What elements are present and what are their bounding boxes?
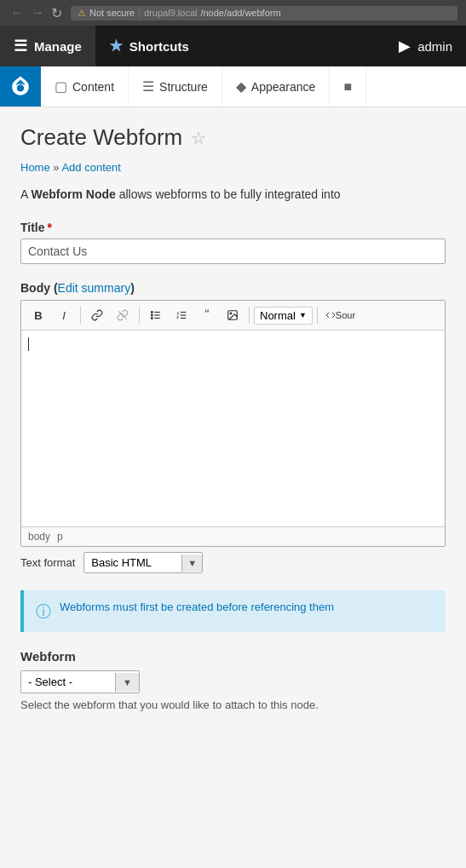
- hamburger-icon: ☰: [14, 37, 27, 55]
- admin-user-icon: ▶: [399, 37, 411, 55]
- bullet-list-button[interactable]: [144, 304, 168, 326]
- nav-extend[interactable]: ■: [330, 66, 366, 106]
- appearance-label: Appearance: [251, 80, 316, 94]
- toolbar-separator-3: [249, 307, 250, 324]
- text-format-arrow-icon: ▼: [181, 555, 202, 572]
- image-button[interactable]: [221, 304, 245, 326]
- toolbar-separator-2: [139, 307, 140, 324]
- manage-button[interactable]: ☰ Manage: [0, 26, 95, 66]
- webform-select-input[interactable]: - Select -: [21, 671, 115, 693]
- editor-toolbar: B I “: [21, 301, 445, 331]
- text-format-row: Text format Basic HTML Full HTML Restric…: [20, 552, 446, 573]
- page-description: A Webform Node allows webforms to be ful…: [20, 186, 446, 204]
- body-editor-wrapper: B I “: [20, 300, 446, 547]
- breadcrumb-separator: »: [53, 161, 59, 174]
- appearance-icon: ◆: [236, 78, 246, 95]
- browser-bar: ← → ↻ ⚠ Not secure | drupal9.local /node…: [0, 0, 466, 26]
- toolbar-separator-4: [317, 307, 318, 324]
- address-bar[interactable]: ⚠ Not secure | drupal9.local /node/add/w…: [71, 6, 457, 20]
- webform-help-text: Select the webform that you would like t…: [20, 698, 446, 711]
- text-format-select-input[interactable]: Basic HTML Full HTML Restricted HTML Pla…: [84, 553, 181, 572]
- format-select-label: Normal: [260, 309, 296, 322]
- source-button[interactable]: Sour: [322, 304, 359, 326]
- svg-line-0: [118, 311, 126, 319]
- info-box: ⓘ Webforms must first be created before …: [20, 590, 446, 632]
- browser-nav[interactable]: ← → ↻: [9, 5, 64, 21]
- description-plain: A: [20, 187, 31, 201]
- webform-select-arrow-icon: ▼: [115, 673, 139, 692]
- page-title-row: Create Webform ☆: [20, 124, 446, 151]
- description-rest: allows webforms to be fully integrated i…: [116, 187, 341, 201]
- main-content: Create Webform ☆ Home » Add content A We…: [0, 107, 466, 745]
- title-required-marker: *: [48, 221, 52, 234]
- nav-content[interactable]: ▢ Content: [41, 66, 129, 106]
- text-format-select[interactable]: Basic HTML Full HTML Restricted HTML Pla…: [83, 552, 203, 573]
- bold-button[interactable]: B: [26, 304, 50, 326]
- structure-icon: ☰: [142, 78, 154, 95]
- breadcrumb-add-content-link[interactable]: Add content: [61, 161, 120, 174]
- content-icon: ▢: [55, 78, 67, 95]
- webform-select-dropdown[interactable]: - Select - ▼: [20, 670, 140, 693]
- breadcrumb-home-link[interactable]: Home: [20, 161, 50, 174]
- forward-button[interactable]: →: [29, 5, 46, 20]
- security-warning-label: Not secure: [89, 8, 135, 18]
- editor-footer: body p: [21, 526, 445, 546]
- structure-label: Structure: [159, 80, 208, 94]
- info-circle-icon: ⓘ: [36, 601, 51, 622]
- shortcuts-label: Shortcuts: [129, 39, 189, 54]
- cursor-blink: [28, 337, 29, 351]
- editor-footer-body-tag[interactable]: body: [28, 531, 50, 543]
- shortcuts-star-icon: ★: [109, 37, 123, 55]
- numbered-list-button[interactable]: [170, 304, 193, 326]
- toolbar-separator-1: [80, 307, 81, 324]
- secondary-nav: ▢ Content ☰ Structure ◆ Appearance ■: [0, 66, 466, 107]
- text-format-label: Text format: [20, 556, 75, 569]
- address-domain: drupal9.local: [144, 8, 197, 18]
- editor-footer-p-tag[interactable]: p: [57, 531, 63, 543]
- editor-body[interactable]: [21, 331, 445, 526]
- description-bold: Webform Node: [31, 187, 115, 201]
- manage-label: Manage: [34, 39, 82, 54]
- body-field-section: Body (Edit summary) B I: [20, 281, 446, 573]
- body-field-label: Body (Edit summary): [20, 281, 446, 295]
- svg-point-6: [151, 318, 152, 319]
- title-field-section: Title *: [20, 221, 446, 264]
- webform-section: Webform - Select - ▼ Select the webform …: [20, 649, 446, 711]
- address-path: /node/add/webform: [200, 8, 280, 18]
- admin-button[interactable]: ▶ admin: [385, 26, 466, 66]
- nav-appearance[interactable]: ◆ Appearance: [222, 66, 331, 106]
- edit-summary-link[interactable]: Edit summary: [58, 281, 131, 295]
- extend-icon: ■: [343, 79, 352, 95]
- webform-field-label: Webform: [20, 649, 446, 664]
- unlink-button[interactable]: [111, 304, 135, 326]
- admin-toolbar: ☰ Manage ★ Shortcuts ▶ admin: [0, 26, 466, 66]
- italic-button[interactable]: I: [52, 304, 76, 326]
- blockquote-button[interactable]: “: [195, 304, 219, 326]
- shortcuts-button[interactable]: ★ Shortcuts: [95, 26, 203, 66]
- format-chevron-icon: ▼: [299, 311, 307, 319]
- link-button[interactable]: [85, 304, 109, 326]
- format-select-dropdown[interactable]: Normal ▼: [254, 307, 313, 325]
- drupal-logo[interactable]: [0, 66, 41, 106]
- favorite-star-icon[interactable]: ☆: [191, 128, 206, 148]
- info-box-message: Webforms must first be created before re…: [60, 601, 334, 613]
- back-button[interactable]: ←: [9, 5, 26, 20]
- content-label: Content: [72, 80, 114, 94]
- title-field-label: Title *: [20, 221, 446, 234]
- address-separator: |: [138, 8, 141, 18]
- breadcrumb: Home » Add content: [20, 161, 446, 174]
- nav-structure[interactable]: ☰ Structure: [129, 66, 222, 106]
- admin-label: admin: [417, 39, 452, 54]
- security-warning-icon: ⚠: [78, 8, 86, 19]
- svg-point-5: [151, 314, 152, 316]
- title-input[interactable]: [20, 239, 446, 264]
- svg-point-11: [230, 313, 232, 314]
- svg-point-4: [151, 312, 152, 313]
- refresh-button[interactable]: ↻: [49, 5, 64, 21]
- page-title: Create Webform: [20, 124, 182, 151]
